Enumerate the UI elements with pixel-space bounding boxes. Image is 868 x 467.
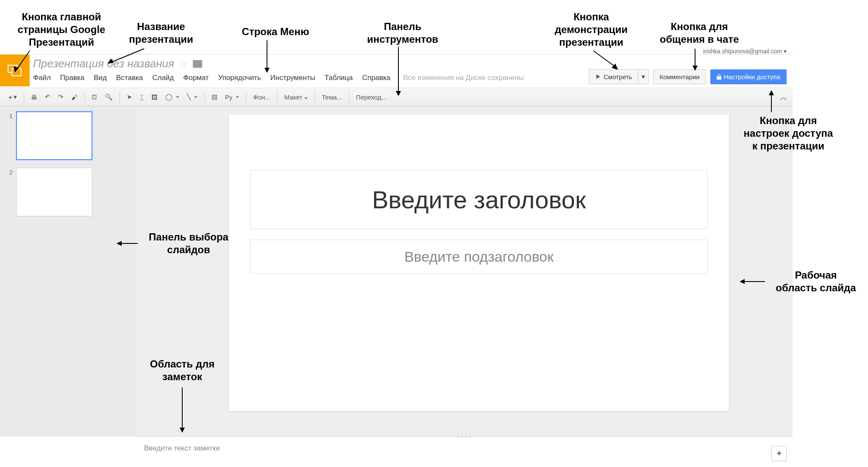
menu-help[interactable]: Справка (362, 74, 391, 82)
menu-edit[interactable]: Правка (60, 74, 84, 82)
slide-preview (16, 168, 92, 216)
svg-marker-15 (117, 241, 122, 246)
collapse-toolbar-icon[interactable]: ︽ (780, 92, 787, 102)
menu-view[interactable]: Вид (94, 74, 107, 82)
play-icon (595, 74, 601, 80)
save-status: Все изменения на Диске сохранены (403, 74, 524, 82)
svg-marker-5 (264, 68, 270, 73)
select-icon[interactable]: ➤ (123, 91, 136, 103)
title-placeholder-box[interactable]: Введите заголовок (250, 170, 708, 229)
comment-icon[interactable]: ▤ (208, 91, 221, 103)
menu-insert[interactable]: Вставка (116, 74, 143, 82)
svg-marker-3 (108, 58, 114, 64)
annotation-menu: Строка Меню (233, 25, 318, 38)
annotation-chat: Кнопка дляобщения в чате (657, 20, 742, 46)
notes-placeholder: Введите текст заметки (144, 444, 220, 452)
slide-preview (16, 111, 92, 160)
present-dropdown[interactable]: ▾ (638, 69, 649, 84)
new-slide-button[interactable]: + ▾ (5, 91, 20, 103)
redo-icon[interactable]: ↷ (55, 91, 67, 103)
share-button[interactable]: Настройки доступа (710, 69, 787, 84)
canvas-area: Введите заголовок Введите подзаголовок (136, 106, 793, 437)
line-icon[interactable]: ╲ (184, 91, 201, 103)
image-icon[interactable]: 🖼 (148, 91, 161, 103)
svg-line-2 (108, 49, 144, 64)
theme-button[interactable]: Тема... (318, 91, 345, 103)
annotation-workarea: Рабочаяобласть слайда (767, 269, 865, 294)
menu-table[interactable]: Таблица (325, 74, 353, 82)
menu-file[interactable]: Файл (33, 74, 51, 82)
slide-thumb-1[interactable]: 1 (4, 111, 131, 160)
print-icon[interactable]: 🖶 (28, 91, 41, 103)
svg-marker-11 (693, 66, 698, 71)
menu-bar: Файл Правка Вид Вставка Слайд Формат Упо… (33, 74, 524, 82)
slide-canvas[interactable]: Введите заголовок Введите подзаголовок (229, 115, 729, 411)
svg-marker-13 (769, 90, 774, 95)
annotation-home: Кнопка главнойстраницы GoogleПрезентаций (4, 11, 119, 49)
layout-button[interactable]: Макет (281, 91, 311, 103)
folder-icon[interactable] (193, 60, 202, 68)
annotation-share: Кнопка длянастроек доступак презентации (729, 114, 848, 152)
menu-arrange[interactable]: Упорядочить (218, 74, 261, 82)
svg-marker-7 (396, 91, 401, 96)
zoom-fit-icon[interactable]: ⊡ (88, 91, 100, 103)
lang-dropdown[interactable]: Ру (222, 91, 243, 103)
app-window: irishka.shipunova@gmail.com ▾ Презентаци… (0, 54, 793, 467)
transition-button[interactable]: Переход... (353, 91, 390, 103)
menu-format[interactable]: Формат (183, 74, 209, 82)
title-placeholder-text: Введите заголовок (372, 185, 586, 214)
annotation-slidepanel: Панель выбораслайдов (140, 231, 237, 256)
slide-thumb-2[interactable]: 2 (4, 168, 131, 216)
slide-number: 2 (4, 168, 13, 216)
annotation-toolbar: Панельинструментов (360, 20, 445, 46)
resize-handle-icon[interactable]: • • • • (457, 435, 471, 439)
undo-icon[interactable]: ↶ (42, 91, 54, 103)
annotation-present: Кнопкадемонстрациипрезентации (542, 11, 640, 49)
annotation-notes: Область длязаметок (140, 358, 225, 383)
menu-slide[interactable]: Слайд (152, 74, 174, 82)
svg-marker-19 (180, 428, 185, 433)
paint-format-icon[interactable]: 🖌 (68, 91, 81, 103)
slide-number: 1 (4, 111, 13, 160)
workspace: 1 2 Введите заголовок Введите подзаголов… (0, 106, 793, 437)
user-email[interactable]: irishka.shipunova@gmail.com ▾ (703, 48, 787, 55)
zoom-icon[interactable]: 🔍 (101, 91, 116, 103)
subtitle-placeholder-text: Введите подзаголовок (404, 249, 554, 265)
svg-marker-17 (740, 279, 745, 284)
speaker-notes[interactable]: • • • • Введите текст заметки (136, 436, 793, 467)
shape-icon[interactable]: ◯ (162, 91, 183, 103)
explore-button[interactable]: ✦ (771, 446, 787, 461)
star-icon[interactable]: ☆ (179, 58, 188, 69)
annotation-title: Названиепрезентации (119, 20, 203, 46)
background-button[interactable]: Фон... (250, 91, 274, 103)
subtitle-placeholder-box[interactable]: Введите подзаголовок (250, 240, 708, 274)
menu-tools[interactable]: Инструменты (270, 74, 315, 82)
lock-icon (717, 74, 721, 80)
svg-line-8 (593, 51, 617, 68)
slide-panel: 1 2 (0, 106, 136, 437)
textbox-icon[interactable]: ⌶ (136, 91, 147, 103)
